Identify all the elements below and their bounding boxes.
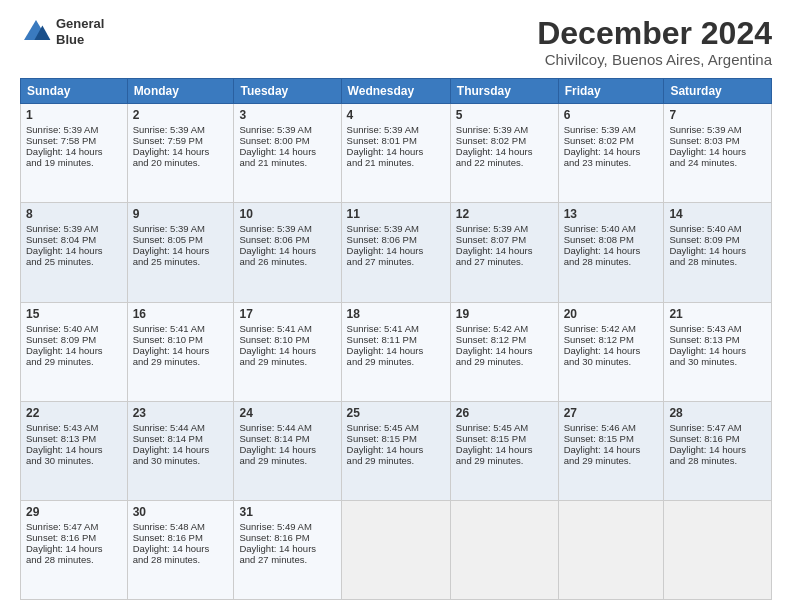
cell-text: Daylight: 14 hours (133, 543, 229, 554)
cell-text: Sunset: 8:08 PM (564, 234, 659, 245)
cell-text: Daylight: 14 hours (133, 444, 229, 455)
cell-text: Daylight: 14 hours (669, 345, 766, 356)
cell-text: Sunrise: 5:40 AM (669, 223, 766, 234)
cell-text: Daylight: 14 hours (26, 444, 122, 455)
calendar-cell: 26Sunrise: 5:45 AMSunset: 8:15 PMDayligh… (450, 401, 558, 500)
calendar-cell: 19Sunrise: 5:42 AMSunset: 8:12 PMDayligh… (450, 302, 558, 401)
day-number: 8 (26, 207, 122, 221)
day-number: 20 (564, 307, 659, 321)
cell-text: Sunrise: 5:43 AM (669, 323, 766, 334)
calendar-header-tuesday: Tuesday (234, 79, 341, 104)
cell-text: Sunset: 8:03 PM (669, 135, 766, 146)
calendar-header-sunday: Sunday (21, 79, 128, 104)
cell-text: Daylight: 14 hours (564, 245, 659, 256)
cell-text: and 30 minutes. (133, 455, 229, 466)
cell-text: Sunrise: 5:39 AM (239, 124, 335, 135)
cell-text: and 24 minutes. (669, 157, 766, 168)
day-number: 6 (564, 108, 659, 122)
cell-text: and 25 minutes. (133, 256, 229, 267)
cell-text: and 29 minutes. (26, 356, 122, 367)
cell-text: Sunrise: 5:46 AM (564, 422, 659, 433)
day-number: 15 (26, 307, 122, 321)
calendar-cell (664, 500, 772, 599)
calendar-cell: 17Sunrise: 5:41 AMSunset: 8:10 PMDayligh… (234, 302, 341, 401)
cell-text: Daylight: 14 hours (669, 146, 766, 157)
cell-text: and 21 minutes. (239, 157, 335, 168)
day-number: 27 (564, 406, 659, 420)
cell-text: Daylight: 14 hours (564, 146, 659, 157)
calendar-cell: 5Sunrise: 5:39 AMSunset: 8:02 PMDaylight… (450, 104, 558, 203)
cell-text: and 28 minutes. (669, 455, 766, 466)
calendar-cell: 8Sunrise: 5:39 AMSunset: 8:04 PMDaylight… (21, 203, 128, 302)
calendar-cell: 6Sunrise: 5:39 AMSunset: 8:02 PMDaylight… (558, 104, 664, 203)
day-number: 31 (239, 505, 335, 519)
calendar-cell: 28Sunrise: 5:47 AMSunset: 8:16 PMDayligh… (664, 401, 772, 500)
cell-text: and 22 minutes. (456, 157, 553, 168)
cell-text: Sunset: 8:16 PM (26, 532, 122, 543)
calendar-cell: 13Sunrise: 5:40 AMSunset: 8:08 PMDayligh… (558, 203, 664, 302)
cell-text: Daylight: 14 hours (347, 146, 445, 157)
calendar-week-3: 15Sunrise: 5:40 AMSunset: 8:09 PMDayligh… (21, 302, 772, 401)
cell-text: Daylight: 14 hours (133, 245, 229, 256)
cell-text: Sunset: 8:10 PM (239, 334, 335, 345)
day-number: 19 (456, 307, 553, 321)
cell-text: Daylight: 14 hours (347, 245, 445, 256)
day-number: 30 (133, 505, 229, 519)
cell-text: Sunrise: 5:39 AM (347, 223, 445, 234)
calendar-cell (341, 500, 450, 599)
calendar-cell: 23Sunrise: 5:44 AMSunset: 8:14 PMDayligh… (127, 401, 234, 500)
cell-text: and 29 minutes. (239, 356, 335, 367)
day-number: 23 (133, 406, 229, 420)
cell-text: Sunset: 8:14 PM (239, 433, 335, 444)
cell-text: Sunrise: 5:44 AM (239, 422, 335, 433)
day-number: 13 (564, 207, 659, 221)
cell-text: and 28 minutes. (26, 554, 122, 565)
calendar-cell (558, 500, 664, 599)
cell-text: Daylight: 14 hours (133, 146, 229, 157)
cell-text: Sunset: 8:05 PM (133, 234, 229, 245)
cell-text: and 21 minutes. (347, 157, 445, 168)
day-number: 4 (347, 108, 445, 122)
day-number: 17 (239, 307, 335, 321)
cell-text: Sunrise: 5:42 AM (456, 323, 553, 334)
cell-text: Daylight: 14 hours (26, 543, 122, 554)
title-block: December 2024 Chivilcoy, Buenos Aires, A… (537, 16, 772, 68)
calendar-header-wednesday: Wednesday (341, 79, 450, 104)
cell-text: Daylight: 14 hours (456, 444, 553, 455)
calendar-header-saturday: Saturday (664, 79, 772, 104)
cell-text: Sunrise: 5:47 AM (26, 521, 122, 532)
calendar-cell: 2Sunrise: 5:39 AMSunset: 7:59 PMDaylight… (127, 104, 234, 203)
calendar-week-2: 8Sunrise: 5:39 AMSunset: 8:04 PMDaylight… (21, 203, 772, 302)
cell-text: Sunrise: 5:43 AM (26, 422, 122, 433)
calendar-week-1: 1Sunrise: 5:39 AMSunset: 7:58 PMDaylight… (21, 104, 772, 203)
logo-text: General Blue (56, 16, 104, 47)
cell-text: Sunrise: 5:41 AM (133, 323, 229, 334)
cell-text: Sunset: 7:59 PM (133, 135, 229, 146)
cell-text: Sunset: 8:09 PM (26, 334, 122, 345)
cell-text: and 23 minutes. (564, 157, 659, 168)
calendar-cell: 20Sunrise: 5:42 AMSunset: 8:12 PMDayligh… (558, 302, 664, 401)
cell-text: and 30 minutes. (564, 356, 659, 367)
calendar-cell: 27Sunrise: 5:46 AMSunset: 8:15 PMDayligh… (558, 401, 664, 500)
calendar-cell: 30Sunrise: 5:48 AMSunset: 8:16 PMDayligh… (127, 500, 234, 599)
logo-icon (20, 16, 52, 48)
subtitle: Chivilcoy, Buenos Aires, Argentina (537, 51, 772, 68)
cell-text: Sunrise: 5:39 AM (456, 223, 553, 234)
cell-text: Sunset: 8:02 PM (456, 135, 553, 146)
cell-text: Daylight: 14 hours (26, 245, 122, 256)
cell-text: Sunrise: 5:48 AM (133, 521, 229, 532)
cell-text: and 29 minutes. (564, 455, 659, 466)
day-number: 10 (239, 207, 335, 221)
calendar-cell: 22Sunrise: 5:43 AMSunset: 8:13 PMDayligh… (21, 401, 128, 500)
cell-text: and 30 minutes. (669, 356, 766, 367)
cell-text: Sunset: 8:12 PM (564, 334, 659, 345)
cell-text: and 26 minutes. (239, 256, 335, 267)
cell-text: Daylight: 14 hours (456, 146, 553, 157)
cell-text: Daylight: 14 hours (564, 345, 659, 356)
calendar-cell: 16Sunrise: 5:41 AMSunset: 8:10 PMDayligh… (127, 302, 234, 401)
cell-text: Sunrise: 5:39 AM (133, 223, 229, 234)
cell-text: Sunset: 8:13 PM (669, 334, 766, 345)
cell-text: Sunset: 8:10 PM (133, 334, 229, 345)
cell-text: and 28 minutes. (133, 554, 229, 565)
calendar: SundayMondayTuesdayWednesdayThursdayFrid… (20, 78, 772, 600)
